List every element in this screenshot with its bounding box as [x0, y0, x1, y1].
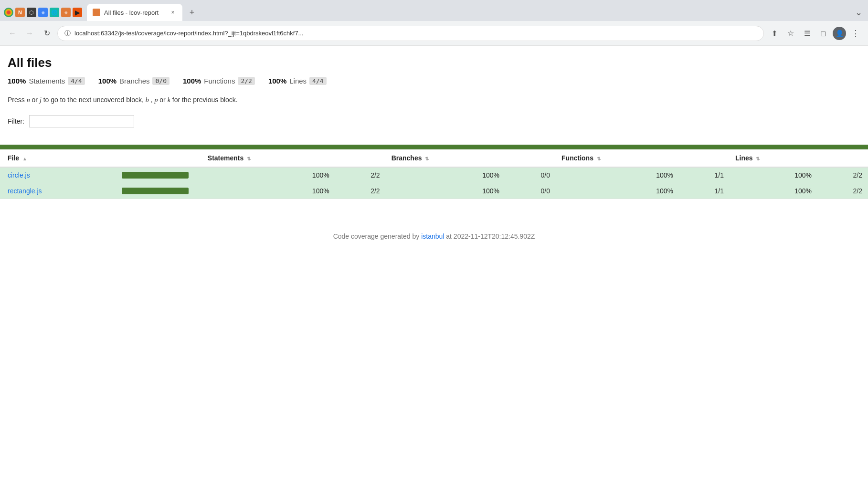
th-lines-sort-icon: ⇅	[756, 156, 760, 161]
branches-summary: 100% Branches 0/0	[98, 77, 169, 85]
summary-bar: 100% Statements 4/4 100% Branches 0/0 10…	[8, 77, 860, 85]
reload-button[interactable]: ↻	[40, 27, 53, 40]
lines-pct: 100%	[268, 77, 286, 85]
lines-badge: 4/4	[309, 77, 326, 85]
tab-bar: N ⬡ ⎈ 🌐 ⎈ ▶ All files - lcov-report × + …	[0, 0, 868, 21]
th-statements[interactable]: Statements ⇅	[202, 149, 335, 167]
th-file[interactable]: File ▲	[0, 149, 116, 167]
active-tab[interactable]: All files - lcov-report ×	[87, 4, 182, 21]
nav-bar: ← → ↻ ⓘ localhost:63342/js-test/coverage…	[0, 21, 868, 46]
filter-row: Filter:	[8, 115, 860, 127]
filter-input[interactable]	[29, 115, 134, 127]
th-file-sort-icon: ▲	[22, 156, 27, 161]
tab-title: All files - lcov-report	[104, 9, 165, 16]
functions-pct: 100%	[183, 77, 201, 85]
th-statements-count	[335, 149, 386, 167]
hint-n: n	[27, 96, 30, 104]
th-functions[interactable]: Functions ⇅	[556, 149, 679, 167]
cell-functions-count: 1/1	[679, 167, 730, 183]
lines-label: Lines	[289, 77, 307, 85]
footer-prefix: Code coverage generated by	[333, 232, 421, 240]
split-view-button[interactable]: ◻	[816, 27, 830, 40]
statements-pct: 100%	[8, 77, 26, 85]
green-divider	[0, 145, 868, 149]
cell-functions-pct: 100%	[556, 167, 679, 183]
functions-summary: 100% Functions 2/2	[183, 77, 255, 85]
footer: Code coverage generated by istanbul at 2…	[0, 218, 868, 254]
forward-button[interactable]: →	[23, 27, 36, 40]
header-row: File ▲ Statements ⇅ Branches ⇅ Functions…	[0, 149, 868, 167]
tab-search-button[interactable]: ☰	[800, 27, 814, 40]
hint-k: k	[168, 96, 170, 104]
page-title: All files	[8, 55, 860, 70]
cell-bar	[116, 167, 202, 183]
address-bar[interactable]: ⓘ localhost:63342/js-test/coverage/lcov-…	[57, 26, 764, 41]
cell-branches-count: 0/0	[505, 183, 556, 199]
cell-statements-pct: 100%	[202, 167, 335, 183]
tab-overflow-button[interactable]: ⌄	[853, 5, 864, 20]
hint-mid1: to go to the next uncovered block,	[43, 96, 146, 104]
footer-suffix: at 2022-11-12T20:12:45.902Z	[446, 232, 535, 240]
browser-chrome: N ⬡ ⎈ 🌐 ⎈ ▶ All files - lcov-report × + …	[0, 0, 868, 46]
th-lines[interactable]: Lines ⇅	[730, 149, 817, 167]
th-functions-label: Functions	[561, 154, 593, 162]
branches-label: Branches	[119, 77, 149, 85]
cell-statements-count: 2/2	[335, 183, 386, 199]
cell-file: circle.js	[0, 167, 116, 183]
branches-badge: 0/0	[152, 77, 169, 85]
th-file-label: File	[8, 154, 19, 162]
functions-badge: 2/2	[238, 77, 254, 85]
cell-branches-pct: 100%	[386, 167, 505, 183]
th-branches-sort-icon: ⇅	[425, 156, 429, 161]
new-tab-button[interactable]: +	[185, 6, 199, 19]
statements-badge: 4/4	[68, 77, 85, 85]
lines-summary: 100% Lines 4/4	[268, 77, 327, 85]
cell-branches-count: 0/0	[505, 167, 556, 183]
coverage-table: File ▲ Statements ⇅ Branches ⇅ Functions…	[0, 149, 868, 199]
statements-label: Statements	[29, 77, 65, 85]
tab-favicon	[93, 9, 100, 16]
profile-button[interactable]: 👤	[833, 27, 846, 40]
th-functions-sort-icon: ⇅	[597, 156, 601, 161]
cell-functions-pct: 100%	[556, 183, 679, 199]
back-button[interactable]: ←	[6, 27, 19, 40]
favicon-tab6[interactable]: ▶	[73, 8, 82, 17]
favicon-tab1[interactable]: N	[15, 8, 25, 17]
favicon-tab2[interactable]: ⬡	[27, 8, 36, 17]
cell-branches-pct: 100%	[386, 183, 505, 199]
cell-file: rectangle.js	[0, 183, 116, 199]
cell-lines-pct: 100%	[730, 167, 817, 183]
th-branches[interactable]: Branches ⇅	[386, 149, 505, 167]
progress-bar-bg	[122, 172, 189, 179]
filter-label: Filter:	[8, 117, 24, 125]
favicon-tab5[interactable]: ⎈	[61, 8, 71, 17]
hint-or1: or	[32, 96, 40, 104]
table-row: rectangle.js 100% 2/2 100% 0/0 100% 1/1 …	[0, 183, 868, 199]
favicon-google[interactable]	[4, 8, 13, 17]
istanbul-link[interactable]: istanbul	[421, 232, 444, 240]
menu-button[interactable]: ⋮	[849, 27, 862, 40]
branches-pct: 100%	[98, 77, 116, 85]
favicon-tab3[interactable]: ⎈	[38, 8, 48, 17]
th-bar	[116, 149, 202, 167]
hint-j: j	[40, 96, 42, 104]
th-statements-label: Statements	[208, 154, 243, 162]
cell-statements-count: 2/2	[335, 167, 386, 183]
favicon-tab4[interactable]: 🌐	[50, 8, 59, 17]
table-section: File ▲ Statements ⇅ Branches ⇅ Functions…	[0, 149, 868, 199]
share-button[interactable]: ⬆	[768, 27, 781, 40]
table-row: circle.js 100% 2/2 100% 0/0 100% 1/1 100…	[0, 167, 868, 183]
th-lines-count	[817, 149, 868, 167]
cell-lines-pct: 100%	[730, 183, 817, 199]
th-functions-count	[679, 149, 730, 167]
nav-actions: ⬆ ☆ ☰ ◻ 👤 ⋮	[768, 27, 862, 40]
hint-or2: or	[159, 96, 167, 104]
file-link[interactable]: rectangle.js	[8, 187, 42, 195]
functions-label: Functions	[204, 77, 235, 85]
bookmark-button[interactable]: ☆	[784, 27, 797, 40]
th-branches-count	[505, 149, 556, 167]
tab-close-button[interactable]: ×	[169, 9, 177, 16]
cell-lines-count: 2/2	[817, 167, 868, 183]
hint-p: p	[154, 96, 158, 104]
file-link[interactable]: circle.js	[8, 171, 30, 179]
